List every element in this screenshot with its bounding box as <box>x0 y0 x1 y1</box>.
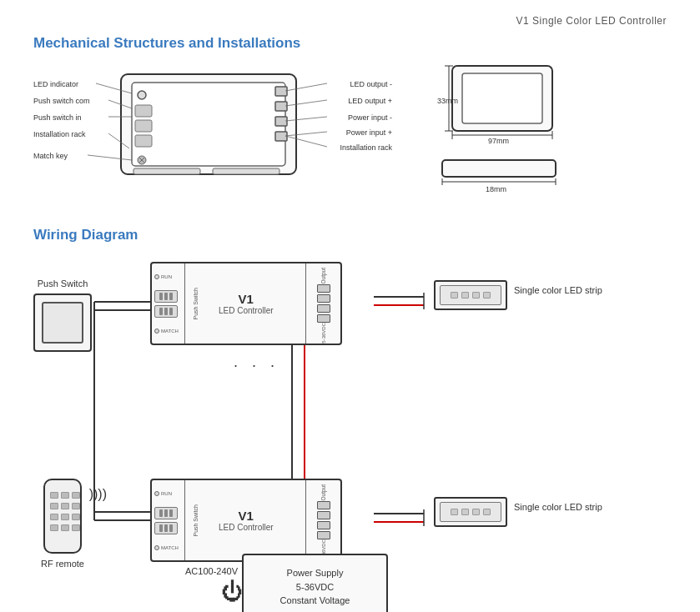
rf-btn <box>61 514 69 520</box>
v1-pin <box>169 308 173 315</box>
svg-rect-12 <box>275 132 287 141</box>
rf-btn <box>61 503 69 509</box>
rf-btn <box>72 503 80 509</box>
mechanical-svg <box>33 62 392 203</box>
dc-label-top: 5-36VDC <box>321 323 326 344</box>
output-label-top: Output <box>320 268 326 284</box>
dimension-svg: 33mm 97mm 18mm <box>417 62 584 212</box>
v1-pin <box>159 308 163 315</box>
mechanical-title: Mechanical Structures and Installations <box>33 35 667 52</box>
v1-pin <box>159 524 163 532</box>
dots-separator: . . . <box>234 354 279 371</box>
v1-top-center: V1 LED Controller <box>219 292 274 315</box>
ac-label: AC100-240V <box>185 566 238 576</box>
v1-bottom-right-panel: Output 5-36VDC <box>305 480 340 560</box>
led-chip <box>451 509 458 515</box>
terminal-4 <box>317 314 330 323</box>
match-dot <box>154 329 159 334</box>
rf-remote-area: )))) RF remote <box>33 479 92 569</box>
v1-pin <box>159 293 163 300</box>
led-chip <box>472 292 480 298</box>
v1-bottom-run-row: RUN <box>154 491 182 496</box>
wiring-svg <box>33 253 667 579</box>
push-switch-area: Push Switch <box>33 278 92 352</box>
page: V1 Single Color LED Controller Mechanica… <box>0 0 700 612</box>
mechanical-content: LED indicator Push switch com Push switc… <box>33 62 667 212</box>
rf-btn <box>61 492 69 499</box>
led-strip-top-label: Single color LED strip <box>514 285 602 295</box>
led-strip-bottom-label: Single color LED strip <box>514 502 602 512</box>
led-strip-bottom-inner <box>440 502 501 522</box>
terminal-1 <box>317 284 330 293</box>
led-chip <box>483 292 491 298</box>
run-label: RUN <box>161 274 172 279</box>
rf-btn <box>50 492 58 499</box>
svg-rect-11 <box>275 117 287 126</box>
svg-rect-26 <box>462 73 542 123</box>
power-supply-label: Power Supply5-36VDCConstant Voltage <box>280 566 350 608</box>
svg-rect-3 <box>135 105 152 117</box>
v1-switch-b2 <box>154 522 178 534</box>
rf-signal-icon: )))) <box>89 487 107 502</box>
svg-text:97mm: 97mm <box>488 137 509 145</box>
v1-pin <box>169 524 173 532</box>
v1-top-title: V1 <box>219 292 274 306</box>
v1-controller-bottom: RUN <box>150 479 342 562</box>
wiring-section: Wiring Diagram <box>33 227 667 579</box>
svg-rect-9 <box>275 87 287 96</box>
led-chip <box>451 292 458 298</box>
push-switch-inner <box>42 302 83 344</box>
v1-pin <box>169 293 173 300</box>
v1-side-label: Push Switch <box>187 263 204 344</box>
rf-btn <box>72 492 80 499</box>
v1-bottom-title: V1 <box>219 509 274 523</box>
v1-top-terminals <box>317 284 330 323</box>
terminal-b4 <box>317 531 330 539</box>
push-switch-label: Push Switch <box>33 278 92 288</box>
terminal-2 <box>317 294 330 303</box>
v1-run-row: RUN <box>154 274 182 279</box>
v1-pin <box>164 524 168 532</box>
rf-remote-body <box>43 479 82 554</box>
led-strip-bottom <box>434 497 507 527</box>
v1-switch-b1 <box>154 507 178 519</box>
rf-btn <box>72 514 80 520</box>
mechanical-section: Mechanical Structures and Installations … <box>33 35 667 212</box>
v1-bottom-left-panel: RUN <box>152 480 185 560</box>
power-plug-icon: ⏻ <box>221 579 243 604</box>
match-dot-b <box>154 545 159 550</box>
power-supply-box: Power Supply5-36VDCConstant Voltage <box>242 554 388 612</box>
terminal-b1 <box>317 501 330 509</box>
svg-rect-35 <box>442 160 556 177</box>
svg-point-2 <box>138 91 146 99</box>
header-title: V1 Single Color LED Controller <box>516 15 667 27</box>
rf-remote-label: RF remote <box>33 559 92 569</box>
led-strip-top <box>434 280 507 310</box>
v1-pin <box>164 293 168 300</box>
terminal-3 <box>317 304 330 313</box>
v1-top-right-panel: Output 5-36VDC <box>305 263 340 344</box>
v1-bottom-center: V1 LED Controller <box>219 509 274 532</box>
led-strip-top-inner <box>440 285 501 305</box>
terminal-b3 <box>317 521 330 529</box>
svg-text:33mm: 33mm <box>437 97 458 105</box>
v1-bottom-side-label: Push Switch <box>187 480 204 560</box>
push-switch-box <box>33 293 92 352</box>
svg-rect-10 <box>275 102 287 111</box>
svg-text:18mm: 18mm <box>486 185 506 193</box>
v1-pin <box>159 509 163 517</box>
v1-controller-top: RUN <box>150 262 342 345</box>
svg-rect-4 <box>135 120 152 132</box>
rf-btn <box>72 524 80 531</box>
v1-bottom-terminals <box>317 501 330 539</box>
v1-bottom-subtitle: LED Controller <box>219 523 274 532</box>
svg-rect-23 <box>133 168 200 174</box>
v1-top-left-panel: RUN <box>152 263 185 344</box>
wiring-title: Wiring Diagram <box>33 227 667 243</box>
led-chip <box>461 292 469 298</box>
page-header: V1 Single Color LED Controller <box>33 15 667 27</box>
rf-btn <box>50 503 58 509</box>
mechanical-diagram-main: LED indicator Push switch com Push switc… <box>33 62 392 212</box>
match-label-b: MATCH <box>161 545 179 550</box>
v1-switch-1 <box>154 290 178 303</box>
